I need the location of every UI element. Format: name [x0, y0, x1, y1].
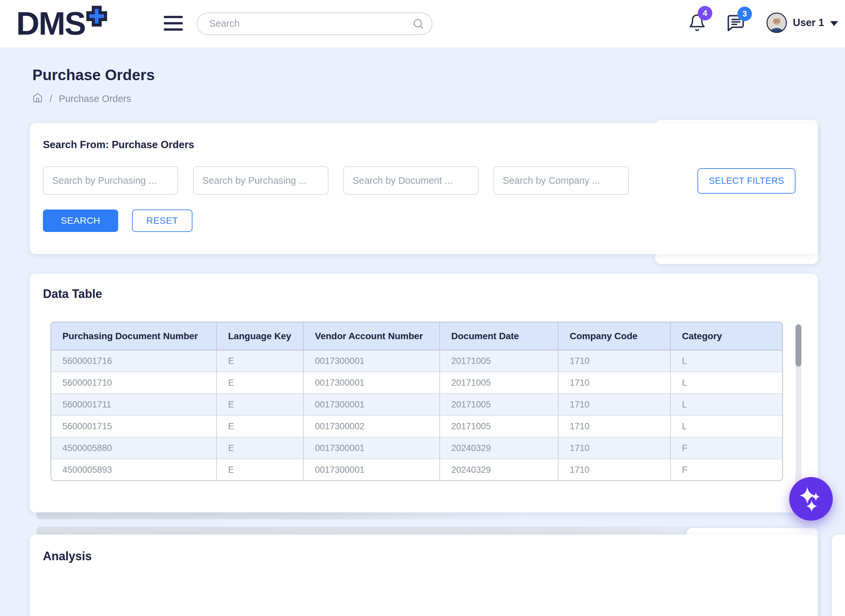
table-cell: 1710: [558, 459, 670, 480]
table-cell: 5600001715: [51, 415, 216, 437]
breadcrumb-home-link[interactable]: [32, 92, 43, 105]
table-cell: F: [670, 437, 782, 459]
document-date-input[interactable]: [343, 166, 479, 195]
menu-icon[interactable]: [164, 15, 184, 31]
table-row[interactable]: 5600001711E0017300001201710051710L: [51, 394, 782, 415]
bell-icon: [688, 29, 706, 34]
chevron-down-icon: [830, 21, 838, 26]
reset-button[interactable]: RESET: [132, 210, 193, 232]
table-cell: 20171005: [440, 394, 558, 415]
column-header: Purchasing Document Number: [51, 322, 216, 350]
table-cell: 1710: [558, 372, 670, 394]
table-cell: E: [216, 350, 303, 372]
company-code-input[interactable]: [494, 166, 629, 195]
search-panel-heading: Search From: Purchase Orders: [43, 139, 194, 151]
table-cell: 0017300001: [303, 394, 440, 415]
data-table-wrap: Purchasing Document NumberLanguage KeyVe…: [50, 322, 783, 481]
table-cell: 20240329: [440, 437, 558, 459]
sparkles-icon: [796, 483, 826, 515]
table-cell: E: [216, 415, 303, 437]
table-row[interactable]: 4500005880E0017300001202403291710F: [51, 437, 782, 459]
column-header: Vendor Account Number: [303, 322, 440, 350]
table-row[interactable]: 5600001710E0017300001201710051710L: [51, 372, 782, 394]
messages-button[interactable]: 3: [725, 11, 747, 36]
breadcrumb-separator: /: [50, 93, 52, 104]
table-cell: 1710: [558, 437, 670, 459]
table-cell: 1710: [558, 350, 670, 372]
table-cell: 4500005893: [51, 459, 216, 480]
table-cell: E: [216, 437, 303, 459]
logo-text: DMS: [16, 7, 85, 40]
global-search-input[interactable]: [209, 13, 408, 34]
breadcrumb-current: Purchase Orders: [59, 93, 131, 104]
purchasing-document-number-input[interactable]: [43, 166, 178, 195]
user-name: User 1: [793, 17, 824, 29]
table-cell: E: [216, 394, 303, 415]
table-cell: 5600001716: [51, 350, 216, 372]
table-cell: 0017300002: [303, 415, 440, 437]
table-cell: 20171005: [440, 350, 558, 372]
table-cell: E: [216, 372, 303, 394]
search-panel: Search From: Purchase Orders SELECT FILT…: [30, 123, 818, 254]
table-cell: L: [670, 350, 782, 372]
table-cell: 1710: [558, 415, 670, 437]
column-header: Document Date: [440, 322, 558, 350]
avatar: [766, 13, 787, 33]
notifications-button[interactable]: 4: [687, 10, 707, 36]
column-header: Language Key: [216, 322, 303, 350]
table-cell: L: [670, 372, 782, 394]
table-cell: 0017300001: [303, 350, 440, 372]
data-table-heading: Data Table: [43, 287, 102, 301]
user-menu[interactable]: User 1: [766, 13, 838, 33]
table-cell: 5600001711: [51, 394, 216, 415]
table-cell: L: [670, 394, 782, 415]
ai-assistant-fab[interactable]: [789, 477, 833, 521]
table-cell: 0017300001: [303, 437, 440, 459]
search-inputs-row: [43, 166, 629, 195]
table-cell: 1710: [558, 394, 670, 415]
table-cell: L: [670, 415, 782, 437]
chat-badge: 3: [738, 7, 752, 21]
table-row[interactable]: 5600001715E0017300002201710051710L: [51, 415, 782, 437]
table-scrollbar-thumb[interactable]: [795, 324, 801, 367]
global-search: [197, 13, 432, 35]
select-filters-button[interactable]: SELECT FILTERS: [698, 168, 795, 194]
column-header: Company Code: [558, 322, 670, 350]
table-row[interactable]: 4500005893E0017300001202403291710F: [51, 459, 782, 480]
column-header: Category: [670, 322, 782, 350]
page-title: Purchase Orders: [32, 66, 155, 84]
search-actions: SEARCH RESET: [43, 210, 193, 232]
search-button[interactable]: SEARCH: [43, 210, 118, 232]
table-cell: 4500005880: [51, 437, 216, 459]
home-icon: [32, 92, 43, 105]
table-header-row: Purchasing Document NumberLanguage KeyVe…: [51, 322, 782, 350]
table-row[interactable]: 5600001716E0017300001201710051710L: [51, 350, 782, 372]
logo-plus-icon: [86, 5, 107, 28]
app-logo: DMS: [16, 7, 107, 40]
notification-badge: 4: [698, 6, 712, 21]
purchase-orders-page: DMS 4: [0, 0, 845, 616]
search-icon: [412, 18, 425, 31]
table-cell: E: [216, 459, 303, 480]
data-table: Purchasing Document NumberLanguage KeyVe…: [51, 322, 782, 480]
top-bar: DMS 4: [0, 0, 845, 47]
data-table-panel: Data Table Purchasing Document NumberLan…: [30, 274, 818, 512]
chat-icon: [726, 29, 746, 34]
analysis-panel: Analysis: [30, 534, 818, 616]
table-cell: 0017300001: [303, 372, 440, 394]
table-cell: 20171005: [440, 415, 558, 437]
table-cell: 0017300001: [303, 459, 440, 480]
table-scrollbar-track[interactable]: [795, 324, 801, 491]
analysis-heading: Analysis: [43, 549, 92, 563]
breadcrumb: / Purchase Orders: [32, 92, 131, 105]
edge-card-decoration: [832, 534, 845, 616]
purchasing-document-input[interactable]: [193, 166, 328, 195]
table-cell: 20171005: [440, 372, 558, 394]
table-cell: 20240329: [440, 459, 558, 480]
table-cell: F: [670, 459, 782, 480]
table-cell: 5600001710: [51, 372, 216, 394]
